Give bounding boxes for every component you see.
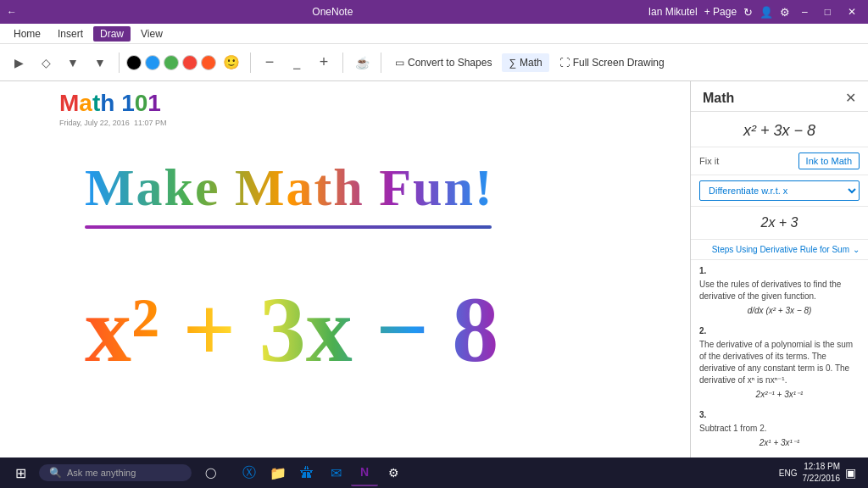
- taskbar-right: ENG 12:18 PM 7/22/2016 ▣: [772, 461, 863, 485]
- taskbar-file-explorer[interactable]: 📁: [264, 459, 292, 486]
- titlebar-right: Ian Mikutel + Page ↻ 👤 ⚙ – □ ✕: [648, 6, 861, 19]
- brush-tool[interactable]: ⎯: [285, 51, 309, 75]
- math-panel-title: Math: [703, 91, 734, 106]
- color-black[interactable]: [126, 55, 142, 70]
- math-panel: Math ✕ x² + 3x − 8 Fix it Ink to Math Di…: [690, 81, 868, 458]
- color-green[interactable]: [164, 55, 179, 70]
- taskbar-onenote[interactable]: N: [351, 459, 378, 486]
- main-content: Math 101 Friday, July 22, 2016 11:07 PM …: [0, 81, 868, 458]
- steps-content: 1. Use the rules of derivatives to find …: [691, 260, 868, 458]
- taskbar-edge[interactable]: Ⓧ: [236, 459, 263, 486]
- title-0: 0: [135, 90, 148, 116]
- menu-bar: Home Insert Draw View: [0, 24, 868, 44]
- operation-select[interactable]: Differentiate w.r.t. x: [699, 180, 860, 201]
- settings-icon[interactable]: ⚙: [780, 6, 790, 19]
- fullscreen-btn[interactable]: ⛶ Full Screen Drawing: [553, 53, 671, 72]
- fix-it-row: Fix it Ink to Math: [691, 147, 868, 175]
- result-text: 2x + 3: [760, 215, 798, 230]
- color-red2[interactable]: [201, 55, 216, 70]
- math-label: Math: [520, 57, 542, 69]
- menu-insert[interactable]: Insert: [51, 26, 90, 42]
- taskbar: ⊞ 🔍 Ask me anything ◯ Ⓧ 📁 🛣 ✉ N ⚙ ENG 12…: [0, 458, 868, 488]
- note-date: Friday, July 22, 2016 11:07 PM: [59, 119, 166, 127]
- app-title: OneNote: [17, 6, 648, 18]
- title-m: M: [59, 90, 79, 116]
- convert-shapes-btn[interactable]: ▭ Convert to Shapes: [388, 53, 498, 72]
- convert-shapes-icon: ▭: [395, 57, 404, 69]
- note-header: Math 101 Friday, July 22, 2016 11:07 PM: [59, 90, 166, 127]
- cortana-icon[interactable]: ◯: [195, 458, 225, 488]
- math-btn[interactable]: ∑ Math: [502, 53, 548, 72]
- math-panel-close[interactable]: ✕: [845, 90, 856, 106]
- steps-header-text: Steps Using Derivative Rule for Sum: [712, 245, 849, 254]
- sep4: [381, 53, 381, 73]
- math-icon: ∑: [509, 57, 516, 69]
- taskbar-settings[interactable]: ⚙: [380, 459, 407, 486]
- minus-tool[interactable]: −: [258, 51, 281, 75]
- page-button[interactable]: + Page: [704, 6, 737, 18]
- title-h: h: [100, 90, 114, 116]
- equation-display: x² + 3x − 8: [691, 112, 868, 147]
- search-icon: 🔍: [49, 467, 62, 479]
- step-3-num: 3.: [699, 409, 860, 421]
- ink-to-math-button[interactable]: Ink to Math: [798, 152, 860, 169]
- back-icon[interactable]: ←: [7, 6, 17, 18]
- sep3: [342, 53, 343, 73]
- step-3-text: Subtract 1 from 2.: [699, 423, 860, 435]
- step-2-text: The derivative of a polynomial is the su…: [699, 339, 860, 386]
- step-1-num: 1.: [699, 265, 860, 277]
- user-name: Ian Mikutel: [648, 6, 698, 18]
- eraser-tool[interactable]: ◇: [34, 51, 58, 75]
- steps-header[interactable]: Steps Using Derivative Rule for Sum ⌄: [691, 240, 868, 260]
- step-2-formula: 2x²⁻¹ + 3x¹⁻¹: [699, 389, 860, 401]
- toolbar: ▶ ◇ ▼ ▼ 🙂 − ⎯ + ☕ ▭ Convert to Shapes ∑ …: [0, 44, 868, 81]
- title-1a: 1: [121, 90, 135, 116]
- taskbar-icons: Ⓧ 📁 🛣 ✉ N ⚙: [229, 459, 769, 486]
- fix-it-label: Fix it: [699, 156, 719, 166]
- result-display: 2x + 3: [691, 207, 868, 240]
- close-icon[interactable]: ✕: [843, 6, 861, 18]
- step-1: 1. Use the rules of derivatives to find …: [699, 265, 860, 317]
- pen-tool[interactable]: ▼: [61, 51, 85, 75]
- notification-icon[interactable]: ▣: [845, 466, 856, 480]
- highlighter-tool[interactable]: ▼: [88, 51, 112, 75]
- title-a: a: [79, 90, 92, 116]
- math-panel-header: Math ✕: [691, 81, 868, 112]
- sep1: [119, 53, 120, 73]
- equation-text: x² + 3x − 8: [743, 122, 815, 139]
- main-slogan: Make Math Fun!: [85, 158, 494, 218]
- menu-home[interactable]: Home: [7, 26, 47, 42]
- title-bar: ← OneNote Ian Mikutel + Page ↻ 👤 ⚙ – □ ✕: [0, 0, 868, 24]
- search-bar[interactable]: 🔍 Ask me anything: [39, 464, 192, 481]
- maximize-icon[interactable]: □: [820, 6, 836, 18]
- step-2: 2. The derivative of a polynomial is the…: [699, 325, 860, 401]
- convert-shapes-label: Convert to Shapes: [408, 57, 492, 69]
- color-blue[interactable]: [145, 55, 160, 70]
- note-title: Math 101: [59, 90, 166, 117]
- taskbar-time: 12:18 PM 7/22/2016: [803, 461, 841, 485]
- undo-icon[interactable]: ↻: [743, 6, 753, 19]
- step-2-num: 2.: [699, 325, 860, 337]
- lasso-tool[interactable]: ▶: [7, 51, 31, 75]
- sep2: [250, 53, 251, 73]
- menu-draw[interactable]: Draw: [93, 26, 131, 42]
- touch-tool[interactable]: ☕: [350, 51, 374, 75]
- start-button[interactable]: ⊞: [5, 458, 36, 488]
- step-3: 3. Subtract 1 from 2. 2x¹ + 3x¹⁻¹: [699, 409, 860, 449]
- search-label: Ask me anything: [67, 468, 136, 478]
- profile-icon[interactable]: 👤: [760, 6, 773, 19]
- menu-view[interactable]: View: [134, 26, 170, 42]
- emoji-tool[interactable]: 🙂: [220, 51, 243, 75]
- date-display: 7/22/2016: [803, 473, 841, 485]
- taskbar-store[interactable]: 🛣: [293, 459, 320, 486]
- fullscreen-label: Full Screen Drawing: [573, 57, 665, 69]
- minimize-icon[interactable]: –: [797, 6, 813, 18]
- taskbar-language: ENG: [779, 469, 798, 478]
- plus-tool[interactable]: +: [312, 51, 336, 75]
- note-canvas[interactable]: Math 101 Friday, July 22, 2016 11:07 PM …: [0, 81, 690, 458]
- titlebar-left: ←: [7, 6, 17, 18]
- taskbar-mail[interactable]: ✉: [322, 459, 349, 486]
- color-red1[interactable]: [182, 55, 198, 70]
- step-1-text: Use the rules of derivatives to find the…: [699, 279, 860, 302]
- title-t: t: [92, 90, 100, 116]
